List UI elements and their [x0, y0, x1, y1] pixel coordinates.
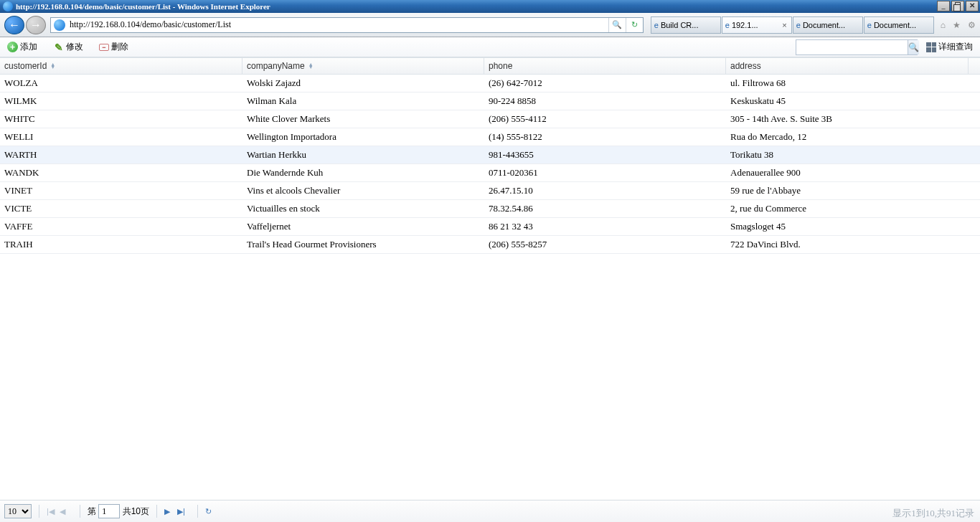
cell-phone: 86 21 32 43 — [484, 218, 726, 235]
detail-search-button[interactable]: 详细查询 — [923, 39, 976, 54]
col-header-customerId[interactable]: customerId▲▼ — [0, 58, 242, 74]
table-row[interactable]: WHITCWhite Clover Markets(206) 555-41123… — [0, 110, 980, 128]
minimize-button[interactable]: _ — [937, 1, 950, 11]
cell-address: ul. Filtrowa 68 — [726, 75, 969, 92]
tab-close-icon[interactable]: × — [781, 21, 788, 29]
cell-customerId: WARTH — [0, 146, 242, 163]
browser-tab[interactable]: eBuild CR... — [651, 16, 721, 34]
add-button[interactable]: + 添加 — [4, 39, 40, 54]
table-row[interactable]: WARTHWartian Herkku981-443655Torikatu 38 — [0, 146, 980, 164]
last-page-button[interactable]: ▶| — [177, 507, 190, 516]
cell-companyName: Wilman Kala — [242, 92, 484, 110]
pager-status-area: 显示1到10,共91记录 — [892, 507, 974, 520]
cell-phone: 26.47.15.10 — [484, 182, 726, 199]
back-button[interactable]: ← — [4, 16, 24, 34]
add-button-label: 添加 — [20, 41, 37, 53]
browser-tab[interactable]: eDocument... — [864, 16, 934, 34]
col-header-companyName[interactable]: companyName▲▼ — [242, 58, 484, 74]
cell-customerId: WANDK — [0, 164, 242, 181]
grid-icon — [926, 42, 936, 52]
cell-companyName: Wellington Importadora — [242, 128, 484, 146]
table-row[interactable]: WANDKDie Wandernde Kuh0711-020361Adenaue… — [0, 164, 980, 182]
cell-customerId: VAFFE — [0, 218, 242, 235]
status-text: 显示1到10,共91记录 — [892, 508, 974, 518]
sort-icon: ▲▼ — [50, 63, 55, 69]
cell-phone: 981-443655 — [484, 146, 726, 163]
tab-strip: eBuild CR...e192.1...×eDocument...eDocum… — [651, 16, 935, 34]
tab-label: 192.1... — [732, 21, 758, 29]
table-row[interactable]: VAFFEVaffeljernet86 21 32 43Smagsloget 4… — [0, 218, 980, 236]
cell-companyName: Victuailles en stock — [242, 200, 484, 217]
table-row[interactable]: VICTEVictuailles en stock78.32.54.862, r… — [0, 200, 980, 218]
tab-label: Build CR... — [661, 21, 699, 29]
home-icon[interactable]: ⌂ — [941, 20, 946, 30]
tools-gear-icon[interactable]: ⚙ — [968, 20, 976, 30]
total-pages-label: 共10页 — [123, 506, 149, 518]
cell-companyName: Vaffeljernet — [242, 218, 484, 235]
page-label-prefix: 第 — [88, 506, 96, 518]
page-size-select[interactable]: 10 — [4, 504, 32, 518]
cell-phone: (14) 555-8122 — [484, 128, 726, 146]
page-toolbar: + 添加 ✎ 修改 − 删除 🔍 详细查询 — [0, 37, 980, 57]
tab-label: Document... — [803, 21, 845, 29]
tab-favicon-icon: e — [654, 21, 659, 29]
grid-search-input[interactable] — [796, 41, 908, 54]
cell-address: 305 - 14th Ave. S. Suite 3B — [726, 110, 969, 128]
cell-address: Adenauerallee 900 — [726, 164, 969, 181]
forward-button[interactable]: → — [26, 16, 46, 34]
cell-customerId: VINET — [0, 182, 242, 199]
col-header-phone[interactable]: phone — [484, 58, 726, 74]
cell-companyName: Wolski Zajazd — [242, 75, 484, 92]
browser-nav-bar: ← → 🔍 ↻ eBuild CR...e192.1...×eDocument.… — [0, 13, 980, 37]
tab-favicon-icon: e — [867, 21, 872, 29]
grid-header: customerId▲▼companyName▲▼phoneaddress — [0, 57, 980, 75]
grid-search-button[interactable]: 🔍 — [908, 40, 919, 54]
first-page-button[interactable]: |◀ — [47, 507, 60, 516]
table-row[interactable]: WILMKWilman Kala90-224 8858Keskuskatu 45 — [0, 92, 980, 110]
delete-button-label: 删除 — [111, 41, 128, 53]
cell-customerId: TRAIH — [0, 236, 242, 253]
close-button[interactable]: ✕ — [966, 1, 979, 11]
table-row[interactable]: WOLZAWolski Zajazd(26) 642-7012ul. Filtr… — [0, 75, 980, 92]
cell-phone: 90-224 8858 — [484, 92, 726, 110]
cell-companyName: White Clover Markets — [242, 110, 484, 128]
cell-address: 59 rue de l'Abbaye — [726, 182, 969, 199]
edit-button-label: 修改 — [66, 41, 83, 53]
table-row[interactable]: TRAIHTrail's Head Gourmet Provisioners(2… — [0, 236, 980, 254]
restore-button[interactable] — [951, 1, 964, 11]
cell-phone: (26) 642-7012 — [484, 75, 726, 92]
url-input[interactable] — [68, 19, 608, 32]
col-header-address[interactable]: address — [726, 58, 969, 74]
cell-phone: (206) 555-8257 — [484, 236, 726, 253]
favorites-icon[interactable]: ★ — [953, 20, 961, 30]
cell-phone: 0711-020361 — [484, 164, 726, 181]
tab-favicon-icon: e — [725, 21, 730, 29]
cell-customerId: WHITC — [0, 110, 242, 128]
pencil-icon: ✎ — [53, 42, 64, 52]
ie-favicon-icon — [54, 19, 65, 31]
delete-button[interactable]: − 删除 — [96, 39, 131, 54]
refresh-button[interactable]: ↻ — [626, 18, 643, 32]
address-bar: 🔍 ↻ — [50, 17, 644, 33]
cell-companyName: Die Wandernde Kuh — [242, 164, 484, 181]
next-page-button[interactable]: ▶ — [164, 507, 177, 516]
browser-tab[interactable]: eDocument... — [793, 16, 863, 34]
cell-customerId: WOLZA — [0, 75, 242, 92]
edit-button[interactable]: ✎ 修改 — [50, 39, 86, 54]
table-row[interactable]: VINETVins et alcools Chevalier26.47.15.1… — [0, 182, 980, 200]
data-grid: customerId▲▼companyName▲▼phoneaddress WO… — [0, 57, 980, 254]
page-input[interactable] — [98, 504, 120, 518]
browser-tab[interactable]: e192.1...× — [722, 16, 792, 34]
tab-favicon-icon: e — [796, 21, 801, 29]
cell-address: Smagsloget 45 — [726, 218, 969, 235]
ie-logo-icon — [3, 1, 13, 11]
search-dropdown-icon[interactable]: 🔍 — [608, 18, 626, 32]
cell-address: Torikatu 38 — [726, 146, 969, 163]
grid-search-box: 🔍 — [796, 39, 918, 55]
table-row[interactable]: WELLIWellington Importadora(14) 555-8122… — [0, 128, 980, 146]
prev-page-button[interactable]: ◀ — [60, 507, 72, 516]
plus-icon: + — [7, 42, 18, 52]
reload-button[interactable]: ↻ — [205, 507, 218, 516]
cell-customerId: WELLI — [0, 128, 242, 146]
cell-companyName: Vins et alcools Chevalier — [242, 182, 484, 199]
